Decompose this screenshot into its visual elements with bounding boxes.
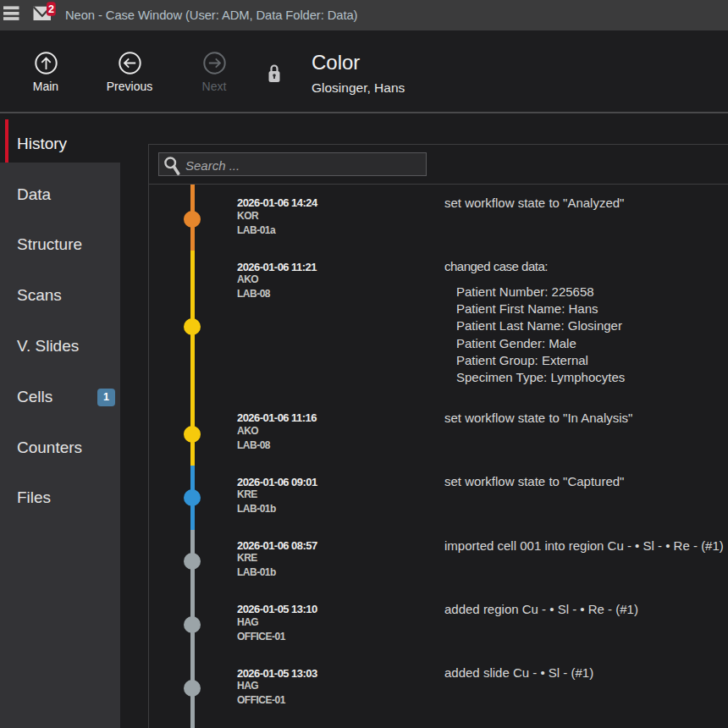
svg-text:2: 2 xyxy=(48,3,54,15)
